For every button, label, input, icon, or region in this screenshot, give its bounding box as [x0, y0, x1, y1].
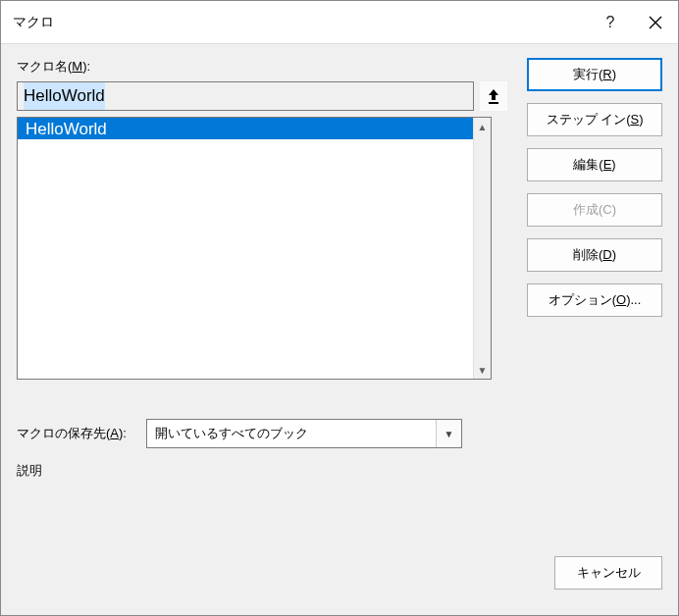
macro-name-label-pre: マクロ名(: [17, 59, 72, 74]
help-button[interactable]: ?: [588, 1, 633, 44]
listbox-scrollbar[interactable]: ▲ ▼: [473, 118, 491, 379]
step-in-button[interactable]: ステップ イン(S): [527, 103, 662, 136]
run-macro-icon-button[interactable]: [480, 81, 507, 111]
options-button[interactable]: オプション(O)...: [527, 283, 662, 317]
store-label-pre: マクロの保存先(: [17, 426, 110, 440]
dialog-content: マクロ名(M): HelloWorld ▲: [1, 44, 678, 615]
create-button[interactable]: 作成(C): [527, 193, 662, 227]
macro-name-label-u: M: [72, 59, 82, 74]
list-item[interactable]: HelloWorld: [18, 118, 491, 139]
store-label-post: ):: [119, 426, 127, 440]
up-arrow-run-icon: [487, 87, 500, 105]
macro-listbox[interactable]: HelloWorld ▲ ▼: [17, 117, 492, 380]
close-button[interactable]: [633, 1, 678, 44]
scroll-up-icon[interactable]: ▲: [474, 118, 492, 135]
delete-button[interactable]: 削除(D): [527, 238, 662, 272]
store-label-u: A: [110, 426, 119, 440]
description-label: 説明: [17, 462, 507, 480]
run-button[interactable]: 実行(R): [527, 58, 662, 91]
edit-button[interactable]: 編集(E): [527, 148, 662, 181]
store-select-value: 開いているすべてのブック: [155, 425, 308, 442]
close-icon: [649, 16, 662, 29]
chevron-down-icon[interactable]: ▼: [436, 420, 461, 447]
macro-name-input[interactable]: [17, 81, 474, 111]
store-label: マクロの保存先(A):: [17, 425, 127, 442]
macro-dialog: マクロ ? マクロ名(M):: [0, 0, 679, 616]
svg-rect-0: [489, 102, 498, 104]
cancel-button[interactable]: キャンセル: [554, 556, 662, 590]
macro-name-label-post: ):: [82, 59, 90, 74]
store-select[interactable]: 開いているすべてのブック: [146, 419, 462, 448]
scroll-down-icon[interactable]: ▼: [474, 361, 492, 379]
macro-name-label: マクロ名(M):: [17, 58, 507, 76]
dialog-title: マクロ: [1, 14, 588, 31]
titlebar: マクロ ?: [1, 1, 678, 44]
